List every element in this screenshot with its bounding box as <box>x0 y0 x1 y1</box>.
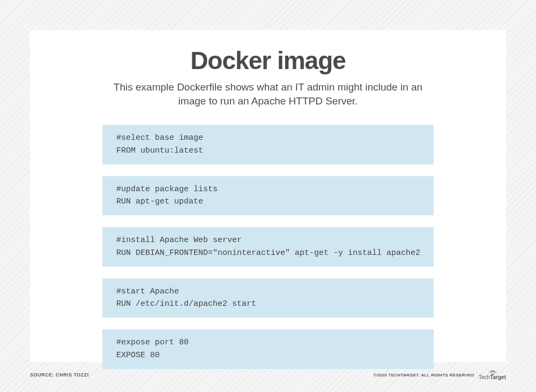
source-credit: SOURCE: CHRIS TOZZI <box>30 372 89 378</box>
rights-wrap: ©2020 TECHTARGET. ALL RIGHTS RESERVED Te… <box>374 370 506 380</box>
code-block: #update package lists RUN apt-get update <box>102 176 434 216</box>
page-title: Docker image <box>51 46 485 75</box>
page-subtitle: This example Dockerfile shows what an IT… <box>107 80 429 108</box>
techtarget-logo: TechTarget <box>479 370 506 380</box>
content-card: Docker image This example Dockerfile sho… <box>30 30 506 362</box>
logo-text: TechTarget <box>479 374 506 380</box>
code-block-list: #select base image FROM ubuntu:latest #u… <box>102 125 434 369</box>
code-block: #start Apache RUN /etc/init.d/apache2 st… <box>102 278 434 318</box>
code-block: #select base image FROM ubuntu:latest <box>102 125 434 164</box>
eye-icon <box>488 370 497 374</box>
copyright-text: ©2020 TECHTARGET. ALL RIGHTS RESERVED <box>374 373 474 378</box>
code-block: #install Apache Web server RUN DEBIAN_FR… <box>102 227 434 267</box>
code-block: #expose port 80 EXPOSE 80 <box>102 329 434 369</box>
footer-bar: SOURCE: CHRIS TOZZI ©2020 TECHTARGET. AL… <box>30 370 506 380</box>
